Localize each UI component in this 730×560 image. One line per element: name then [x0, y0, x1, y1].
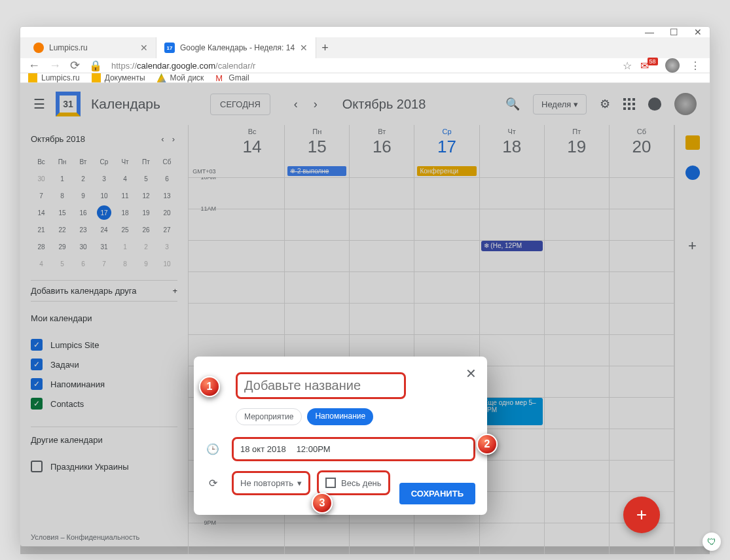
bookmarks-bar: Lumpics.ru Документы Мой диск MGmail: [20, 73, 710, 83]
event-block[interactable]: Еще одно мер 5–6PM: [481, 398, 543, 425]
allday-checkbox[interactable]: Весь день: [317, 470, 390, 495]
today-button[interactable]: СЕГОДНЯ: [210, 94, 270, 115]
other-calendars-header[interactable]: Другие календари: [31, 427, 177, 449]
window-minimize[interactable]: —: [645, 27, 654, 37]
time-value: 12:00PM: [297, 444, 331, 454]
chevron-down-icon: ▾: [297, 478, 302, 488]
day-column[interactable]: Вт16: [350, 125, 414, 177]
menu-icon[interactable]: ⋮: [689, 59, 702, 72]
pill-event[interactable]: Мероприятие: [236, 408, 302, 425]
grid-header: GMT+03 Вс14Пн15❄ 2 выполнеВт16Ср17Конфер…: [189, 125, 674, 177]
window-maximize[interactable]: ☐: [670, 27, 678, 37]
new-tab-button[interactable]: +: [321, 41, 329, 55]
nav-reload-icon[interactable]: ⟳: [70, 58, 80, 73]
tab-close-icon[interactable]: ✕: [300, 43, 308, 53]
calendar-item[interactable]: ✓Contacts: [31, 394, 177, 413]
my-calendars-header[interactable]: Мои календари: [31, 309, 177, 327]
datetime-input[interactable]: 18 окт 2018 12:00PM: [232, 437, 475, 461]
gmail-icon: M: [215, 73, 225, 82]
prev-week-icon[interactable]: ‹: [289, 95, 303, 114]
create-fab[interactable]: +: [623, 497, 660, 533]
browser-tab-lumpics[interactable]: Lumpics.ru ✕: [26, 37, 156, 58]
folder-icon: [28, 73, 37, 82]
title-input[interactable]: [244, 378, 397, 393]
repeat-icon: ⟳: [206, 477, 220, 489]
right-rail: +: [674, 125, 710, 554]
day-column[interactable]: Сб20: [610, 125, 674, 177]
checkbox-icon: ✓: [31, 398, 43, 410]
calendar-item[interactable]: ✓Lumpics Site: [31, 335, 177, 355]
window-close[interactable]: ✕: [694, 27, 702, 37]
calendar-item[interactable]: Праздники Украины: [31, 457, 177, 476]
browser-tab-calendar[interactable]: 17 Google Календарь - Неделя: 14 ✕: [156, 37, 316, 58]
gear-icon[interactable]: ⚙: [600, 97, 610, 111]
bell-icon[interactable]: [648, 97, 661, 111]
save-button[interactable]: СОХРАНИТЬ: [399, 483, 475, 504]
tab-close-icon[interactable]: ✕: [140, 43, 148, 53]
month-label: Октябрь 2018: [342, 97, 426, 112]
lock-icon[interactable]: 🔒: [89, 59, 102, 72]
calendar-item[interactable]: ✓Задачи: [31, 355, 177, 374]
mini-calendar[interactable]: ВсПнВтСрЧтПтСб30123456789101112131415161…: [31, 153, 177, 272]
calendar-app: ☰ 31 Календарь СЕГОДНЯ ‹ › Октябрь 2018 …: [20, 83, 710, 554]
mini-next-icon[interactable]: ›: [170, 133, 177, 145]
search-icon[interactable]: 🔍: [505, 97, 520, 111]
tab-favicon: [33, 43, 44, 53]
security-shield-icon[interactable]: 🛡: [703, 533, 721, 551]
bookmark-gmail[interactable]: MGmail: [215, 73, 249, 82]
tab-label: Google Календарь - Неделя: 14: [180, 43, 295, 52]
profile-avatar[interactable]: [665, 58, 680, 73]
date-nav: ‹ ›: [289, 95, 323, 114]
datetime-row: 🕒 18 окт 2018 12:00PM: [206, 437, 475, 461]
bookmark-docs[interactable]: Документы: [92, 73, 145, 82]
annotation-marker-2: 2: [477, 434, 498, 455]
window-titlebar: — ☐ ✕: [20, 27, 710, 37]
app-title: Календарь: [91, 96, 160, 112]
checkbox-icon: [31, 461, 43, 472]
allday-chip[interactable]: Конференци: [417, 166, 476, 176]
app-logo: 31: [56, 92, 81, 116]
hamburger-icon[interactable]: ☰: [33, 96, 45, 112]
user-avatar[interactable]: [674, 93, 697, 115]
mini-prev-icon[interactable]: ‹: [158, 133, 166, 145]
repeat-select[interactable]: Не повторять▾: [232, 471, 310, 495]
day-column[interactable]: Пт19: [545, 125, 610, 177]
checkbox-icon: ✓: [31, 378, 43, 390]
event-block[interactable]: ❄ (Не, 12PM: [481, 241, 543, 251]
mini-cal-header: Октябрь 2018 ‹›: [31, 133, 177, 145]
keep-icon[interactable]: [685, 135, 700, 150]
footer-links[interactable]: Условия – Конфиденциальность: [31, 528, 177, 546]
tasks-icon[interactable]: [685, 166, 700, 180]
create-reminder-popup: ✕ Мероприятие Напоминание 🕒 18 окт 2018 …: [194, 357, 487, 515]
url-text[interactable]: https://calendar.google.com/calendar/r: [111, 61, 611, 71]
nav-forward-icon[interactable]: →: [49, 59, 61, 73]
checkbox-icon: [325, 478, 336, 488]
bookmark-lumpics[interactable]: Lumpics.ru: [28, 73, 80, 82]
allday-chip[interactable]: ❄ 2 выполне: [287, 166, 346, 176]
day-column[interactable]: Пн15❄ 2 выполне: [285, 125, 350, 177]
star-icon[interactable]: ☆: [621, 59, 634, 72]
bookmark-drive[interactable]: Мой диск: [157, 73, 204, 82]
day-column[interactable]: Чт18: [480, 125, 545, 177]
add-friend-calendar[interactable]: Добавить календарь друга+: [31, 280, 177, 302]
drive-icon: [157, 73, 166, 82]
next-week-icon[interactable]: ›: [308, 95, 323, 114]
calendar-item[interactable]: ✓Напоминания: [31, 374, 177, 394]
day-column[interactable]: Вс14: [220, 125, 285, 177]
pill-reminder[interactable]: Напоминание: [307, 408, 373, 425]
day-column[interactable]: Ср17Конференци: [414, 125, 479, 177]
close-icon[interactable]: ✕: [465, 366, 477, 381]
address-bar: ← → ⟳ 🔒 https://calendar.google.com/cale…: [20, 58, 710, 73]
mail-icon[interactable]: ✉58: [643, 59, 656, 72]
view-selector[interactable]: Неделя ▾: [533, 94, 587, 114]
title-input-highlight: [236, 372, 406, 399]
sidebar: Октябрь 2018 ‹› ВсПнВтСрЧтПтСб3012345678…: [20, 125, 188, 554]
checkbox-icon: ✓: [31, 339, 43, 351]
nav-back-icon[interactable]: ←: [28, 59, 40, 73]
apps-grid-icon[interactable]: [623, 98, 635, 110]
clock-icon: 🕒: [206, 443, 220, 455]
annotation-marker-3: 3: [312, 493, 333, 514]
header-right: 🔍 Неделя ▾ ⚙: [505, 93, 697, 115]
rail-plus-icon[interactable]: +: [688, 237, 697, 254]
tab-favicon: 17: [164, 43, 175, 53]
